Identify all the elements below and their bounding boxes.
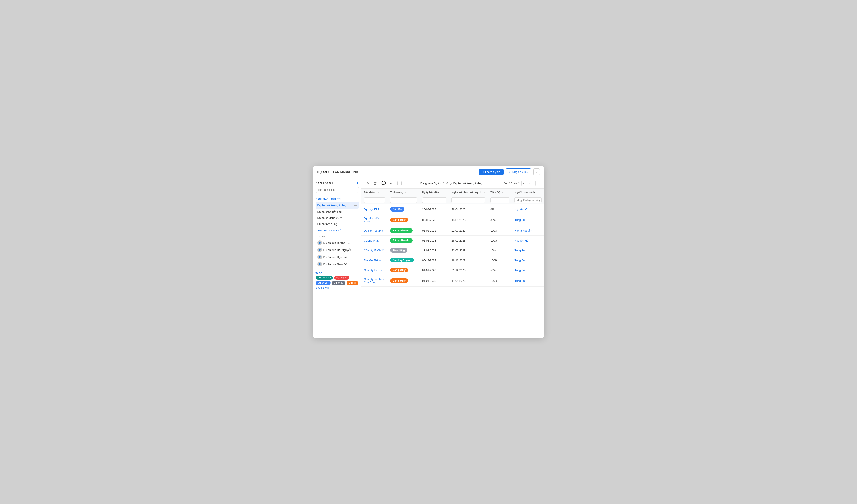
tags-section: TAGS Hồ Chí Minh Dự án gấp Dự án VIP Dự … bbox=[316, 270, 359, 289]
sidebar-item-shared-2[interactable]: 👤 Dự án của Hải Nguyễn bbox=[316, 246, 359, 253]
tag-du-an-gap[interactable]: Dự án gấp bbox=[334, 276, 350, 280]
project-name-link[interactable]: Công ty cổ phần Con Cưng bbox=[364, 278, 384, 284]
breadcrumb-sub: TEAM MARKETING bbox=[331, 170, 358, 174]
tags-title: TAGS bbox=[316, 272, 359, 274]
status-badge: Đang xử lý bbox=[390, 279, 408, 283]
main-layout: DANH SÁCH + DANH SÁCH CỦA TÔI Dự án mới … bbox=[313, 178, 544, 338]
cell-name: Cường Phát bbox=[362, 236, 388, 246]
cell-name: Công ty cổ phần Con Cưng bbox=[362, 275, 388, 287]
content-toolbar: ✎ 🗑 💬 ⋯ ‹ Đang xem Dự án từ bộ lọc Dự án… bbox=[362, 178, 544, 189]
cell-progress: 0% bbox=[488, 204, 512, 214]
col-status[interactable]: Tình trạng ⇅ bbox=[388, 189, 420, 196]
help-button[interactable]: ? bbox=[533, 168, 540, 175]
table-row: Công ty Livespo Đang xử lý 01-01-2023 29… bbox=[362, 265, 544, 275]
cell-start-date: 26-03-2023 bbox=[420, 204, 449, 214]
filter-assignee-input[interactable] bbox=[515, 198, 541, 203]
pagination-more-button[interactable]: ⋯ bbox=[528, 181, 534, 186]
project-name-link[interactable]: Trà sữa TeAmo bbox=[364, 259, 383, 262]
main-window: DỰ ÁN > TEAM MARKETING + Thêm dự án ⬇ Nh… bbox=[313, 166, 544, 338]
import-data-button[interactable]: ⬇ Nhập dữ liệu bbox=[506, 168, 531, 175]
sidebar-search-input[interactable] bbox=[316, 187, 359, 193]
project-name-link[interactable]: Công ty IZION24 bbox=[364, 249, 385, 252]
shared-lists-title: DANH SÁCH CHIA SẺ bbox=[316, 229, 359, 232]
filter-end-input[interactable] bbox=[452, 198, 485, 203]
more-icon-button[interactable]: ⋯ bbox=[389, 180, 395, 186]
cell-status: Đã nghiệm thu bbox=[388, 226, 420, 236]
delete-icon-button[interactable]: 🗑 bbox=[372, 181, 379, 186]
col-progress[interactable]: Tiến độ ⇅ bbox=[488, 189, 512, 196]
assignee-link[interactable]: Tùng Bùi bbox=[515, 279, 525, 282]
projects-table: Tên dự án ⇅ Tình trạng ⇅ Ngày bắt đầu ⇅ bbox=[362, 189, 544, 287]
toolbar-left: ✎ 🗑 💬 ⋯ ‹ bbox=[365, 180, 402, 186]
sidebar-item-my-list-0[interactable]: Dự án mới trong tháng ⋯ bbox=[316, 202, 359, 209]
col-assignee[interactable]: Người phụ trách ⇅ bbox=[512, 189, 544, 196]
sidebar-item-my-list-2[interactable]: Dự án đã đang xử lý bbox=[316, 215, 359, 221]
table-row: Cường Phát Đã nghiệm thu 01-02-2023 28-0… bbox=[362, 236, 544, 246]
filter-progress-input[interactable] bbox=[490, 198, 509, 203]
edit-icon-button[interactable]: ✎ bbox=[365, 180, 371, 186]
dots-icon[interactable]: ⋯ bbox=[354, 203, 357, 207]
cell-progress: 100% bbox=[488, 255, 512, 265]
comment-icon-button[interactable]: 💬 bbox=[380, 180, 387, 186]
filter-start-input[interactable] bbox=[422, 198, 447, 203]
project-name-link[interactable]: Công ty Livespo bbox=[364, 269, 384, 272]
cell-progress: 10% bbox=[488, 246, 512, 255]
add-project-button[interactable]: + Thêm dự án bbox=[479, 169, 504, 175]
sidebar-item-my-list-3[interactable]: Dự án tạm dừng bbox=[316, 221, 359, 227]
project-name-link[interactable]: Đại học FPT bbox=[364, 208, 380, 211]
tag-du-an-vip[interactable]: Dự án VIP bbox=[316, 281, 331, 285]
assignee-link[interactable]: Nguyễn Vi bbox=[515, 208, 527, 211]
sidebar-item-shared-4[interactable]: 👤 Dự án của Nam Đỗ bbox=[316, 261, 359, 268]
see-more-link[interactable]: 5 xem thêm bbox=[316, 286, 359, 289]
sidebar-item-shared-3[interactable]: 👤 Dự án của Học Bùi bbox=[316, 253, 359, 261]
tag-du-an-cu[interactable]: Dự án cũ bbox=[332, 281, 346, 285]
project-name-link[interactable]: Đại Học Hùng Vương bbox=[364, 217, 381, 223]
sidebar-item-shared-all[interactable]: Tất cả bbox=[316, 233, 359, 239]
sidebar-add-button[interactable]: + bbox=[356, 181, 359, 185]
tags-wrap: Hồ Chí Minh Dự án gấp Dự án VIP Dự án cũ… bbox=[316, 276, 359, 285]
pagination-next-button[interactable]: › bbox=[535, 181, 540, 186]
cell-end-date: 14-04-2023 bbox=[449, 275, 488, 287]
collapse-toggle-button[interactable]: ‹ bbox=[397, 181, 402, 185]
sort-icon: ⇅ bbox=[483, 191, 485, 194]
assignee-link[interactable]: Nguyễn Hải bbox=[515, 239, 529, 242]
table-row: Đại Học Hùng Vương Đang xử lý 06-03-2023… bbox=[362, 214, 544, 226]
cell-end-date: 21-03-2023 bbox=[449, 226, 488, 236]
col-end-date[interactable]: Ngày kết thúc kế hoạch ⇅ bbox=[449, 189, 488, 196]
avatar: 👤 bbox=[317, 248, 322, 252]
filter-status-input[interactable] bbox=[390, 198, 417, 203]
filter-text: Đang xem Dự án từ bộ lọc bbox=[420, 182, 453, 185]
project-name-link[interactable]: Cường Phát bbox=[364, 239, 379, 242]
cell-start-date: 05-12-2022 bbox=[420, 255, 449, 265]
filter-assignee-cell bbox=[512, 196, 544, 204]
col-start-date[interactable]: Ngày bắt đầu ⇅ bbox=[420, 189, 449, 196]
assignee-link[interactable]: Tùng Bùi bbox=[515, 249, 525, 252]
sidebar-item-shared-1[interactable]: 👤 Dự án của Dương Tr... bbox=[316, 239, 359, 246]
pagination-prev-button[interactable]: ‹ bbox=[521, 181, 526, 186]
sidebar-item-my-list-1[interactable]: Dự án chưa bắt đầu bbox=[316, 209, 359, 215]
cell-assignee: Nguyễn Hải bbox=[512, 236, 544, 246]
cell-progress: 50% bbox=[488, 265, 512, 275]
status-badge: Đang xử lý bbox=[390, 268, 408, 272]
project-name-link[interactable]: Du lịch Tour24h bbox=[364, 229, 383, 232]
breadcrumb-separator: > bbox=[328, 170, 330, 174]
assignee-link[interactable]: Nghĩa Nguyễn bbox=[515, 229, 532, 232]
cell-assignee: Tùng Bùi bbox=[512, 275, 544, 287]
cell-assignee: Tùng Bùi bbox=[512, 214, 544, 226]
status-badge: Bắt đầu bbox=[390, 207, 405, 212]
assignee-link[interactable]: Tùng Bùi bbox=[515, 259, 525, 262]
cell-start-date: 01-03-2023 bbox=[420, 226, 449, 236]
toolbar-center: Đang xem Dự án từ bộ lọc Dự án mới trong… bbox=[402, 182, 501, 185]
cell-assignee: Tùng Bùi bbox=[512, 246, 544, 255]
tag-cua-toi[interactable]: Của tôi bbox=[347, 281, 358, 285]
tag-ho-chi-minh[interactable]: Hồ Chí Minh bbox=[316, 276, 333, 280]
breadcrumb-root: DỰ ÁN bbox=[317, 170, 327, 174]
table-row: Trà sữa TeAmo Đã chuyển giao 05-12-2022 … bbox=[362, 255, 544, 265]
table-header-row: Tên dự án ⇅ Tình trạng ⇅ Ngày bắt đầu ⇅ bbox=[362, 189, 544, 196]
status-badge: Tạm dừng bbox=[390, 248, 407, 253]
filter-name-input[interactable] bbox=[364, 198, 385, 203]
assignee-link[interactable]: Tùng Bùi bbox=[515, 269, 525, 272]
pagination-info: 1 đến 20 của ? bbox=[501, 182, 520, 185]
col-name[interactable]: Tên dự án ⇅ bbox=[362, 189, 388, 196]
assignee-link[interactable]: Tùng Bùi bbox=[515, 218, 525, 222]
